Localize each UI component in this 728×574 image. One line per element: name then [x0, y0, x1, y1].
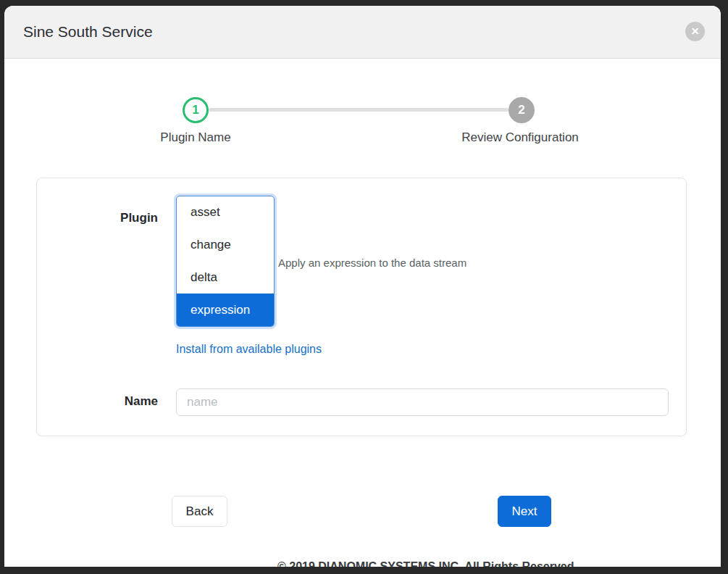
plugin-field-label: Plugin: [37, 211, 158, 225]
plugin-option-delta[interactable]: delta: [177, 262, 274, 294]
plugin-select-listbox[interactable]: asset change delta expression: [176, 196, 275, 327]
plugin-option-expression[interactable]: expression: [177, 294, 274, 326]
copyright-text: © 2019 DIANOMIC SYSTEMS INC. All Rights …: [277, 560, 574, 567]
install-plugins-link[interactable]: Install from available plugins: [176, 343, 322, 356]
modal-window: Sine South Service ✕ 1 2 Plugin Name Rev…: [4, 6, 721, 567]
stepper-connector-line: [209, 108, 509, 112]
close-icon[interactable]: ✕: [685, 22, 705, 41]
step-1-label: Plugin Name: [87, 130, 304, 145]
step-2-indicator: 2: [509, 97, 535, 123]
next-button[interactable]: Next: [498, 496, 551, 527]
plugin-form-card: Plugin asset change delta expression App…: [36, 178, 687, 436]
plugin-description: Apply an expression to the data stream: [278, 257, 466, 269]
name-input[interactable]: [176, 388, 669, 416]
modal-header: Sine South Service ✕: [4, 6, 721, 59]
name-field-label: Name: [37, 394, 158, 409]
modal-title: Sine South Service: [23, 23, 153, 41]
step-2-label: Review Configuration: [411, 130, 629, 145]
step-2-number: 2: [518, 103, 524, 117]
plugin-option-asset[interactable]: asset: [177, 196, 274, 229]
step-1-number: 1: [192, 103, 198, 117]
step-1-indicator: 1: [183, 97, 209, 123]
back-button[interactable]: Back: [172, 496, 227, 527]
plugin-option-change[interactable]: change: [177, 229, 274, 262]
